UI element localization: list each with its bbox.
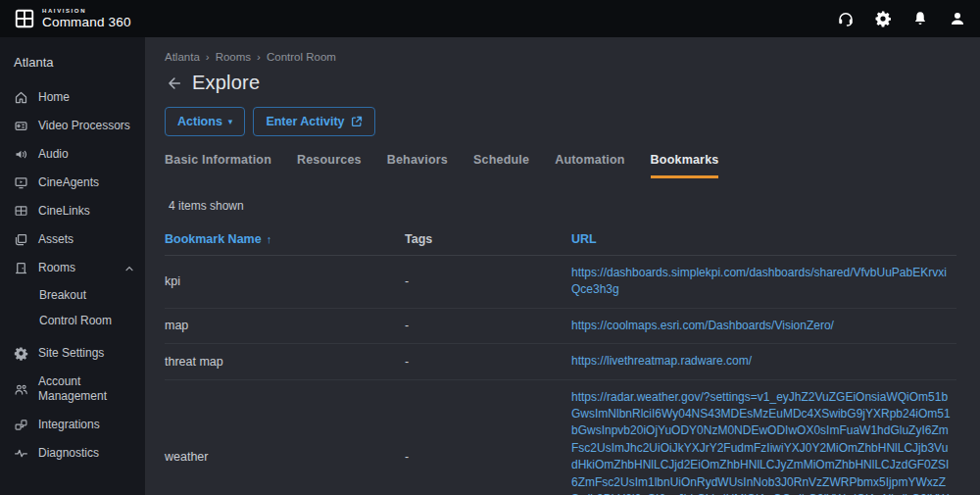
actions-button[interactable]: Actions ▾ bbox=[165, 107, 245, 136]
table-row-kpi: kpi - https://dashboards.simplekpi.com/d… bbox=[165, 256, 956, 309]
brand-company: HAIVISION bbox=[42, 8, 131, 14]
back-arrow-icon[interactable] bbox=[165, 74, 182, 92]
audio-icon bbox=[14, 147, 28, 162]
sidebar-item-home[interactable]: Home bbox=[0, 83, 145, 112]
user-profile-icon[interactable] bbox=[949, 10, 966, 27]
sidebar-item-rooms[interactable]: Rooms bbox=[0, 254, 145, 282]
column-header-tags[interactable]: Tags bbox=[405, 232, 571, 246]
sidebar-item-diagnostics[interactable]: Diagnostics bbox=[0, 439, 145, 468]
sidebar-item-label: Rooms bbox=[38, 261, 114, 275]
table-row-map: map - https://coolmaps.esri.com/Dashboar… bbox=[165, 309, 956, 344]
breadcrumb-atlanta[interactable]: Atlanta bbox=[165, 51, 200, 63]
tab-basic-information[interactable]: Basic Information bbox=[165, 153, 271, 178]
tags-cell: - bbox=[405, 319, 571, 332]
sidebar-subitem-label: Control Room bbox=[39, 314, 112, 327]
tab-schedule[interactable]: Schedule bbox=[473, 153, 529, 178]
sidebar-item-control-room[interactable]: Control Room bbox=[0, 308, 145, 333]
url-cell[interactable]: https://coolmaps.esri.com/Dashboards/Vis… bbox=[571, 318, 956, 334]
breadcrumb-separator: › bbox=[257, 51, 261, 63]
sidebar-item-label: CineLinks bbox=[38, 204, 135, 219]
sidebar-item-label: Account Management bbox=[38, 374, 135, 404]
sidebar-item-label: Integrations bbox=[38, 418, 135, 432]
sidebar: Atlanta Home Video Processors Audio bbox=[0, 37, 145, 495]
site-name: Atlanta bbox=[0, 47, 145, 83]
bookmark-name-cell: kpi bbox=[165, 274, 405, 288]
items-shown-count: 4 items shown bbox=[165, 199, 956, 213]
sidebar-item-label: Assets bbox=[38, 232, 135, 247]
table-row-threat-map: threat map - https://livethreatmap.radwa… bbox=[165, 344, 956, 379]
rooms-icon bbox=[14, 261, 28, 275]
tab-automation[interactable]: Automation bbox=[555, 153, 624, 178]
sidebar-item-label: Home bbox=[38, 90, 135, 105]
enter-activity-button-label: Enter Activity bbox=[266, 115, 344, 128]
tags-cell: - bbox=[405, 450, 571, 464]
cineagents-icon bbox=[14, 175, 28, 190]
sidebar-item-site-settings[interactable]: Site Settings bbox=[0, 339, 145, 368]
tab-bar: Basic Information Resources Behaviors Sc… bbox=[165, 153, 956, 178]
gear-icon[interactable] bbox=[874, 10, 892, 27]
sidebar-item-label: CineAgents bbox=[38, 175, 135, 190]
url-cell[interactable]: https://radar.weather.gov/?settings=v1_e… bbox=[571, 389, 956, 495]
sort-ascending-icon: ↑ bbox=[267, 233, 272, 245]
chevron-up-icon bbox=[123, 263, 135, 274]
main-content: Atlanta › Rooms › Control Room Explore A… bbox=[145, 37, 980, 495]
breadcrumb: Atlanta › Rooms › Control Room bbox=[165, 51, 956, 63]
diagnostics-pulse-icon bbox=[14, 446, 28, 461]
tab-behaviors[interactable]: Behaviors bbox=[387, 153, 448, 178]
tab-resources[interactable]: Resources bbox=[297, 153, 362, 178]
sidebar-item-label: Diagnostics bbox=[38, 446, 135, 461]
url-cell[interactable]: https://livethreatmap.radware.com/ bbox=[571, 353, 956, 370]
external-link-icon bbox=[351, 116, 363, 127]
actions-button-label: Actions bbox=[177, 115, 222, 128]
sidebar-item-assets[interactable]: Assets bbox=[0, 225, 145, 254]
bookmark-name-cell: weather bbox=[165, 450, 405, 464]
tags-cell: - bbox=[405, 274, 571, 288]
app-window: HAIVISION Command 360 bbox=[0, 0, 980, 495]
table-row-weather: weather - https://radar.weather.gov/?set… bbox=[165, 380, 956, 495]
sidebar-item-breakout[interactable]: Breakout bbox=[0, 282, 145, 308]
chevron-down-icon: ▾ bbox=[228, 118, 233, 126]
home-icon bbox=[14, 90, 28, 105]
column-header-url[interactable]: URL bbox=[571, 232, 956, 246]
account-management-icon bbox=[14, 382, 28, 397]
bookmarks-table: Bookmark Name ↑ Tags URL kpi - https://d… bbox=[165, 223, 956, 495]
table-header-row: Bookmark Name ↑ Tags URL bbox=[165, 223, 956, 256]
brand-product: Command 360 bbox=[42, 16, 131, 29]
sidebar-item-label: Audio bbox=[38, 147, 135, 162]
page-title: Explore bbox=[192, 72, 260, 94]
bell-icon[interactable] bbox=[911, 10, 929, 27]
sidebar-item-cineagents[interactable]: CineAgents bbox=[0, 169, 145, 197]
haivision-logo-icon bbox=[14, 8, 35, 29]
sidebar-subitem-label: Breakout bbox=[39, 288, 86, 302]
video-processors-icon bbox=[14, 119, 28, 133]
sidebar-item-label: Site Settings bbox=[38, 346, 135, 361]
assets-icon bbox=[14, 232, 28, 247]
brand: HAIVISION Command 360 bbox=[14, 8, 131, 29]
column-header-bookmark-name[interactable]: Bookmark Name ↑ bbox=[165, 232, 405, 246]
sidebar-item-video-processors[interactable]: Video Processors bbox=[0, 112, 145, 140]
integrations-icon bbox=[14, 418, 28, 432]
sidebar-item-audio[interactable]: Audio bbox=[0, 140, 145, 169]
enter-activity-button[interactable]: Enter Activity bbox=[253, 107, 374, 136]
sidebar-item-account-management[interactable]: Account Management bbox=[0, 368, 145, 411]
url-cell[interactable]: https://dashboards.simplekpi.com/dashboa… bbox=[571, 265, 956, 299]
sidebar-item-integrations[interactable]: Integrations bbox=[0, 411, 145, 439]
tags-cell: - bbox=[405, 355, 571, 369]
column-header-label: Bookmark Name bbox=[165, 232, 262, 246]
support-headset-icon[interactable] bbox=[837, 10, 855, 27]
cinelinks-icon bbox=[14, 204, 28, 219]
tab-bookmarks[interactable]: Bookmarks bbox=[651, 153, 719, 178]
bookmark-name-cell: threat map bbox=[165, 355, 405, 369]
breadcrumb-separator: › bbox=[206, 51, 210, 63]
sidebar-item-cinelinks[interactable]: CineLinks bbox=[0, 197, 145, 225]
breadcrumb-control-room[interactable]: Control Room bbox=[267, 51, 336, 63]
breadcrumb-rooms[interactable]: Rooms bbox=[216, 51, 251, 63]
bookmark-name-cell: map bbox=[165, 319, 405, 332]
sidebar-item-label: Video Processors bbox=[38, 119, 135, 133]
site-settings-gear-icon bbox=[14, 346, 28, 361]
topbar: HAIVISION Command 360 bbox=[0, 0, 980, 37]
